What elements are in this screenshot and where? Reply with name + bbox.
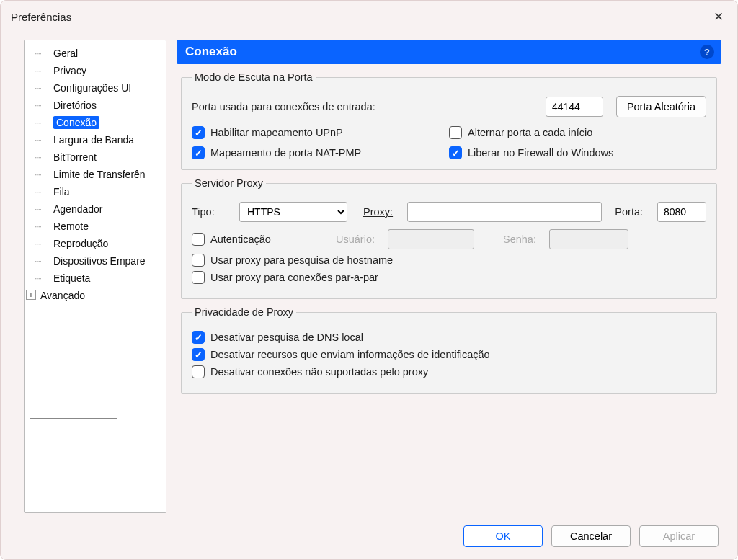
preferences-dialog: Preferências ✕ ·····Geral ·····Privacy ·… bbox=[0, 0, 738, 560]
proxy-pass-label: Senha: bbox=[503, 234, 536, 245]
sidebar-item-dispositivos[interactable]: ·····Dispositivos Empare bbox=[25, 252, 166, 270]
titlebar: Preferências ✕ bbox=[1, 1, 737, 32]
sidebar-item-etiqueta[interactable]: ·····Etiqueta bbox=[25, 270, 166, 287]
upnp-checkbox[interactable]: Habilitar mapeamento UPnP bbox=[192, 126, 449, 139]
sidebar-item-remote[interactable]: ·····Remote bbox=[25, 218, 166, 235]
apply-button[interactable]: Aplicar bbox=[639, 525, 719, 547]
sidebar-item-limite[interactable]: ·····Limite de Transferên bbox=[25, 166, 166, 183]
random-port-button[interactable]: Porta Aleatória bbox=[616, 96, 706, 117]
sidebar-item-conexao[interactable]: ·····Conexão bbox=[25, 114, 166, 131]
sidebar-item-largura[interactable]: ·····Largura de Banda bbox=[25, 131, 166, 148]
proxy-pass-input bbox=[549, 229, 628, 249]
category-tree[interactable]: ·····Geral ·····Privacy ·····Configuraçõ… bbox=[24, 40, 166, 513]
proxy-type-label: Tipo: bbox=[192, 206, 232, 218]
proxy-user-label: Usuário: bbox=[336, 234, 375, 245]
proxy-user-input bbox=[388, 229, 474, 249]
disable-ident-checkbox[interactable]: Desativar recursos que enviam informaçõe… bbox=[192, 348, 490, 361]
dialog-footer: OK Cancelar Aplicar bbox=[1, 513, 737, 559]
panel-header: Conexão ? bbox=[177, 40, 721, 64]
disable-dns-checkbox[interactable]: Desativar pesquisa de DNS local bbox=[192, 331, 363, 344]
sidebar-item-privacy[interactable]: ·····Privacy bbox=[25, 62, 166, 79]
horizontal-scrollbar[interactable] bbox=[30, 418, 117, 427]
listen-legend: Modo de Escuta na Porta bbox=[192, 71, 316, 83]
help-icon[interactable]: ? bbox=[700, 45, 714, 59]
proxy-host-label: Proxy: bbox=[363, 206, 393, 218]
port-label: Porta usada para conexões de entrada: bbox=[192, 101, 538, 112]
privacy-legend: Privacidade de Proxy bbox=[192, 306, 296, 318]
sidebar-item-avancado[interactable]: +Avançado bbox=[25, 287, 166, 304]
natpmp-checkbox[interactable]: Mapeamento de porta NAT-PMP bbox=[192, 146, 449, 159]
proxy-group: Servidor Proxy Tipo: HTTPS Proxy: Porta: bbox=[181, 177, 717, 299]
close-icon[interactable]: ✕ bbox=[708, 6, 729, 27]
sidebar-item-fila[interactable]: ·····Fila bbox=[25, 183, 166, 200]
sidebar-item-config-ui[interactable]: ·····Configurações UI bbox=[25, 79, 166, 97]
proxy-legend: Servidor Proxy bbox=[192, 177, 266, 189]
sidebar-item-reproducao[interactable]: ·····Reprodução bbox=[25, 235, 166, 252]
sidebar-item-diretorios[interactable]: ·····Diretórios bbox=[25, 97, 166, 114]
ok-button[interactable]: OK bbox=[463, 525, 543, 547]
disable-unsupported-checkbox[interactable]: Desativar conexões não suportadas pelo p… bbox=[192, 365, 428, 378]
port-input[interactable] bbox=[546, 97, 603, 117]
sidebar-item-geral[interactable]: ·····Geral bbox=[25, 45, 166, 62]
sidebar-item-agendador[interactable]: ·····Agendador bbox=[25, 200, 166, 218]
sidebar-item-bittorrent[interactable]: ·····BitTorrent bbox=[25, 148, 166, 166]
proxy-type-select[interactable]: HTTPS bbox=[239, 202, 347, 222]
cancel-button[interactable]: Cancelar bbox=[551, 525, 631, 547]
alternate-port-checkbox[interactable]: Alternar porta a cada início bbox=[449, 126, 706, 139]
proxy-privacy-group: Privacidade de Proxy Desativar pesquisa … bbox=[181, 306, 717, 394]
proxy-hostname-checkbox[interactable]: Usar proxy para pesquisa de hostname bbox=[192, 254, 393, 267]
proxy-host-input[interactable] bbox=[407, 202, 602, 222]
window-title: Preferências bbox=[11, 11, 71, 23]
proxy-port-input[interactable] bbox=[657, 202, 706, 222]
listen-group: Modo de Escuta na Porta Porta usada para… bbox=[181, 71, 717, 170]
proxy-port-label: Porta: bbox=[615, 206, 643, 218]
panel-title: Conexão bbox=[185, 45, 237, 59]
auth-checkbox[interactable]: Autenticação bbox=[192, 233, 336, 246]
proxy-p2p-checkbox[interactable]: Usar proxy para conexões par-a-par bbox=[192, 271, 378, 284]
firewall-checkbox[interactable]: Liberar no Firewall do Windows bbox=[449, 146, 706, 159]
plus-icon[interactable]: + bbox=[26, 290, 36, 300]
